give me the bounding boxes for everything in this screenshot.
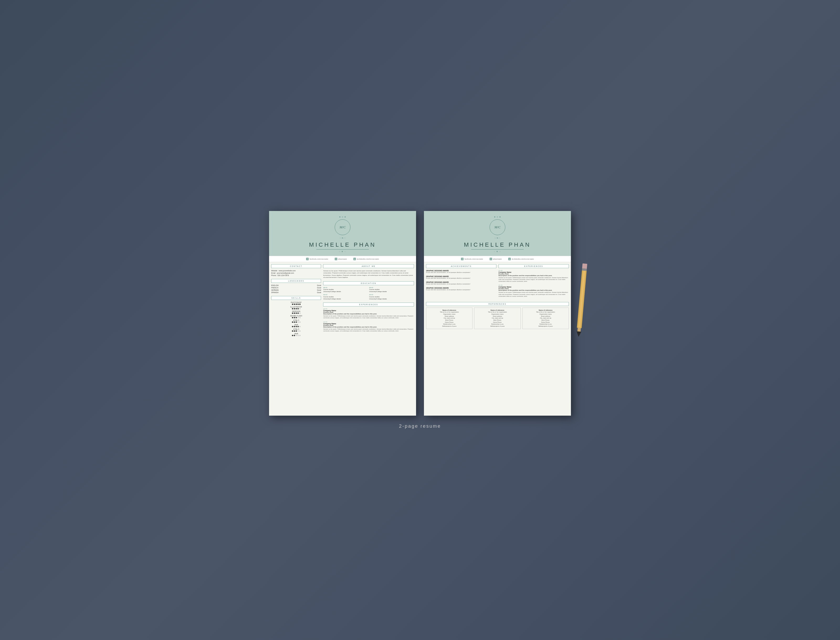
facebook-text-2: facebook.com/your.name <box>464 258 483 260</box>
skills-section: SKILLS PHOTOSHOP ILLUSTRATOR <box>271 296 321 336</box>
exp-company-2: Company Name <box>499 271 569 273</box>
ref-home-phone-2: Home Phone: <box>476 322 519 323</box>
exp-text: Aenean eu leo quam. Pellentesque ornare … <box>323 315 414 319</box>
two-col-content: GRAPHIC DESIGNE AWARD Ea qui odio duis a… <box>426 270 569 299</box>
resume1-body: CONTACT Website : www.yourwebsite.com Em… <box>269 262 416 341</box>
social-facebook-2: f facebook.com/your.name <box>461 258 483 260</box>
ref-relationship-2: Relationship to you <box>476 323 519 325</box>
skill-adobeflash: ADOBE FLASH <box>271 315 321 318</box>
pencil-tip <box>576 331 582 337</box>
ref-home-phone-3: Home Phone: <box>524 322 567 323</box>
social-twitter-2: t @username <box>490 258 502 260</box>
skill-photoshop: PHOTOSHOP <box>271 301 321 305</box>
dot-empty <box>299 317 301 318</box>
ref-skills-3: Skills/projects of yours <box>524 325 567 328</box>
monogram-text: M/C <box>340 225 345 229</box>
ref-skills: Skills/projects of yours <box>428 325 471 328</box>
lang-level: Good <box>317 289 321 291</box>
social-linkedin-2: in uk.linkedin.com/in/your.name <box>508 258 534 260</box>
website-value: www.yourwebsite.com <box>279 270 296 272</box>
skill-indesign: INDESIGN <box>271 310 321 314</box>
resume1-social-bar: f facebook.com/your.name t @username in … <box>269 256 416 262</box>
dot <box>294 326 295 327</box>
achievement-title: GRAPHIC DESIGNE AWARD <box>426 275 496 277</box>
experience-item: 04-05 Company Name Position Held Descrip… <box>323 308 414 319</box>
lang-level: Good <box>317 287 321 289</box>
ref-address: Street address <box>428 315 471 317</box>
skill-java-2: JAVA <box>271 333 321 336</box>
ref-relationship-3: Relationship to you <box>524 323 567 325</box>
website-label: Website : <box>271 270 278 272</box>
linkedin-text: uk.linkedin.com/in/your.name <box>357 258 379 260</box>
two-col-header: ACHIEVEMENTS EXPERIENCES <box>426 264 569 268</box>
ref-address-2: Street address <box>476 315 519 317</box>
dot <box>297 304 299 305</box>
resume2-body: ACHIEVEMENTS EXPERIENCES GRAPHIC DESIGNE… <box>424 262 571 331</box>
contact-website: Website : www.yourwebsite.com <box>271 270 321 272</box>
resume2-header: ✦ ✧ ✦ M/C ~ ❧ ~ MICHELLE PHAN ~ ❦ ~ <box>424 211 571 256</box>
dot <box>294 330 295 332</box>
edu-item: 98-00 Course studies University/College … <box>323 287 368 293</box>
ref-work-phone-3: Work Phone: <box>524 319 567 322</box>
dot <box>299 304 301 305</box>
lang-level: Good <box>317 285 321 286</box>
linkedin-text-2: uk.linkedin.com/in/your.name <box>511 258 534 260</box>
achievements-col: GRAPHIC DESIGNE AWARD Ea qui odio duis a… <box>426 270 496 299</box>
facebook-text: facebook.com/your.name <box>309 258 328 260</box>
exp-desc: Description of the position and the resp… <box>323 326 414 328</box>
lang-level: Good <box>317 291 321 293</box>
about-heading: ABOUT ME <box>323 264 414 268</box>
edu-item: 00-03 Course studies University/College … <box>323 294 368 300</box>
pencil-wood <box>577 328 581 332</box>
experiences-col: 04-05 Company Name Position Held Descrip… <box>499 270 569 299</box>
achievement-text: Ea qui odio duis accommodare, ne sit qua… <box>426 272 496 274</box>
achievement-item: GRAPHIC DESIGNE AWARD Ea qui odio duis a… <box>426 281 496 285</box>
dot <box>294 312 295 314</box>
pencil-body <box>577 270 587 328</box>
facebook-icon: f <box>306 258 309 260</box>
achievement-item: GRAPHIC DESIGNE AWARD Ea qui odio duis a… <box>426 275 496 279</box>
reference-item-1: Name of reference Title at his or her or… <box>426 307 473 329</box>
dot <box>296 322 297 323</box>
dot <box>296 304 297 305</box>
skill-html5-2: HTML 5 <box>271 328 321 332</box>
contact-section: CONTACT Website : www.yourwebsite.com Em… <box>271 264 321 276</box>
dot-empty <box>297 322 299 323</box>
facebook-icon-2: f <box>461 258 463 260</box>
pencil-decoration <box>576 264 587 337</box>
resumes-container: ✦ ✧ ✦ M/C ~ ❧ ~ MICHELLE PHAN ~ ❦ ~ f fa… <box>269 211 571 416</box>
experience-item: 04-05 Company Name Position Held Descrip… <box>323 321 414 332</box>
references-heading: REFERENCES <box>426 302 569 306</box>
about-section: ABOUT ME Aenean eu leo quam. Pellentesqu… <box>323 264 414 279</box>
languages-heading: LANGUAGES <box>271 279 321 283</box>
resume-page-1: ✦ ✧ ✦ M/C ~ ❧ ~ MICHELLE PHAN ~ ❦ ~ f fa… <box>269 211 416 416</box>
ref-name-2: Name of reference <box>476 309 519 311</box>
dot <box>297 326 299 327</box>
education-grid: 98-00 Course studies University/College … <box>323 287 414 300</box>
dot <box>296 317 297 318</box>
lang-french: FRENCH Good <box>271 287 321 289</box>
header-ornament-mid2: ~ ❧ ~ <box>429 237 566 239</box>
lang-name: GERMAN <box>271 289 279 291</box>
phone-value: 028 1234 5678 <box>277 274 289 276</box>
ref-skills-2: Skills/projects of yours <box>476 325 519 328</box>
contact-email: Email : yourname@gmail.com <box>271 272 321 274</box>
exp-desc-2: Description of the position and the resp… <box>499 275 569 276</box>
exp-company: Company Name <box>323 310 414 312</box>
lang-name: SPANISH <box>271 291 279 293</box>
twitter-text-2: @username <box>493 258 502 260</box>
dot <box>294 322 295 323</box>
ref-city-2: City, state and zip <box>476 317 519 319</box>
dot <box>292 317 293 318</box>
dot <box>292 322 293 323</box>
languages-section: LANGUAGES ENGLISH Good FRENCH Good GERMA… <box>271 279 321 293</box>
dot <box>294 317 295 318</box>
social-facebook: f facebook.com/your.name <box>306 258 328 260</box>
linkedin-icon: in <box>353 258 356 260</box>
dot <box>294 304 295 305</box>
dot-empty <box>297 335 299 336</box>
dot <box>292 308 293 309</box>
lang-english: ENGLISH Good <box>271 285 321 286</box>
ref-work-phone: Work Phone: <box>428 319 471 322</box>
social-twitter: t @username <box>335 258 347 260</box>
